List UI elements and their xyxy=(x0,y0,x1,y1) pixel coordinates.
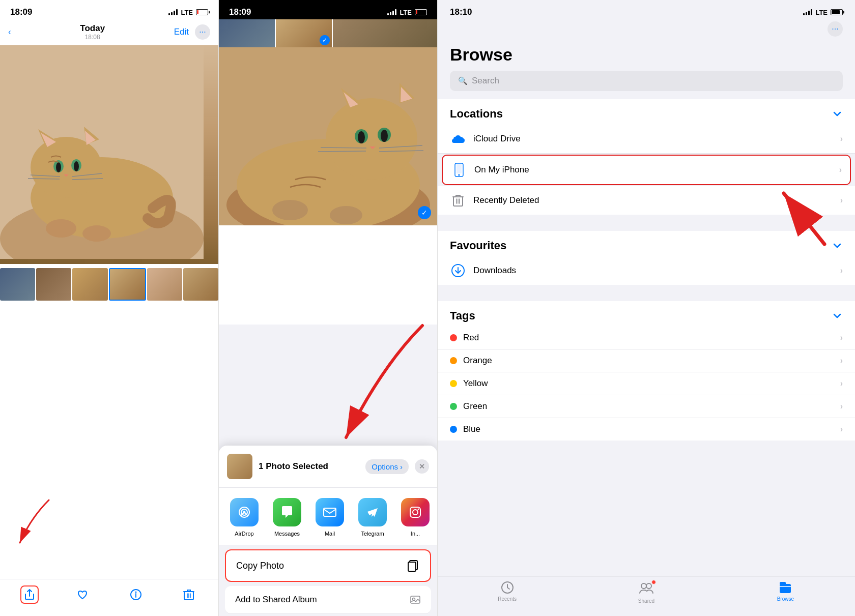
status-icons-panel3: LTE xyxy=(803,9,843,16)
favourites-section-header: Favourites xyxy=(438,231,855,256)
svg-line-37 xyxy=(318,151,366,152)
options-button[interactable]: Options › xyxy=(365,459,409,474)
svg-point-10 xyxy=(56,162,61,172)
trash-icon-p1 xyxy=(183,589,194,601)
mail-icon xyxy=(316,498,344,526)
share-app-mail[interactable]: Mail xyxy=(315,498,345,537)
deleted-chevron: › xyxy=(840,196,843,205)
copy-photo-button[interactable]: Copy Photo xyxy=(225,549,431,582)
downloads-item[interactable]: Downloads › xyxy=(438,256,855,285)
instagram-icon xyxy=(401,498,430,526)
svg-point-20 xyxy=(135,592,136,593)
photo-selected-badge: ✓ xyxy=(418,206,431,219)
tab-shared[interactable]: Shared xyxy=(577,581,716,604)
strip-thumb-5[interactable] xyxy=(147,268,182,301)
tag-red[interactable]: Red › xyxy=(438,327,855,349)
p2-thumb-2: ✓ xyxy=(276,19,332,47)
options-chevron: › xyxy=(400,462,403,471)
delete-button[interactable] xyxy=(180,585,198,604)
on-my-iphone-row: On My iPhone › xyxy=(443,156,850,184)
strip-thumb-4[interactable] xyxy=(109,268,146,301)
add-shared-label: Add to Shared Album xyxy=(235,595,317,605)
strip-thumb-3[interactable] xyxy=(72,268,107,301)
lte-label: LTE xyxy=(181,9,193,16)
time-panel3: 18:10 xyxy=(450,7,472,17)
tag-green[interactable]: Green › xyxy=(438,395,855,418)
add-to-shared-album-button[interactable]: Add to Shared Album xyxy=(225,586,431,614)
locations-collapse-icon[interactable] xyxy=(832,108,843,120)
svg-point-11 xyxy=(74,161,79,171)
more-button[interactable]: ··· xyxy=(195,24,210,40)
battery-fill xyxy=(197,10,198,14)
search-bar[interactable]: 🔍 Search xyxy=(450,71,843,91)
svg-point-17 xyxy=(46,219,76,238)
more-button-p3[interactable]: ··· xyxy=(828,21,843,37)
blue-chevron: › xyxy=(840,425,843,434)
share-button[interactable] xyxy=(20,585,39,604)
panel2-photo-area: ✓ xyxy=(219,19,437,325)
photo-strip[interactable] xyxy=(0,264,218,305)
telegram-label: Telegram xyxy=(361,531,384,537)
locations-title: Locations xyxy=(450,107,503,121)
svg-point-40 xyxy=(272,200,308,220)
favorite-button[interactable] xyxy=(73,585,92,604)
mail-svg xyxy=(322,505,337,520)
recently-deleted-item[interactable]: Recently Deleted › xyxy=(438,186,855,215)
tags-collapse-icon[interactable] xyxy=(832,310,843,321)
airdrop-label: AirDrop xyxy=(235,531,253,537)
favourites-collapse-icon[interactable] xyxy=(832,240,843,251)
share-app-telegram[interactable]: Telegram xyxy=(357,498,388,537)
recents-label: Recents xyxy=(498,596,517,602)
messages-icon xyxy=(273,498,301,526)
tag-blue[interactable]: Blue › xyxy=(438,418,855,441)
search-icon-p3: 🔍 xyxy=(458,76,468,85)
browse-icon xyxy=(779,581,792,594)
tag-yellow[interactable]: Yellow › xyxy=(438,372,855,395)
main-photo[interactable] xyxy=(0,45,218,264)
iphone-chevron: › xyxy=(839,165,842,174)
svg-point-48 xyxy=(418,509,419,510)
back-button[interactable]: ‹ xyxy=(8,27,11,37)
tag-orange[interactable]: Orange › xyxy=(438,349,855,372)
on-my-iphone-label: On My iPhone xyxy=(474,165,839,175)
status-icons-panel1: LTE xyxy=(168,9,208,16)
strip-thumb-6[interactable] xyxy=(183,268,218,301)
close-icon-inner: ✕ xyxy=(419,462,425,471)
favourites-title: Favourites xyxy=(450,239,506,252)
strip-thumb-1[interactable] xyxy=(0,268,35,301)
recents-icon xyxy=(501,581,514,594)
battery-icon xyxy=(196,9,208,15)
heart-icon xyxy=(76,589,89,600)
icloud-drive-item[interactable]: iCloud Drive › xyxy=(438,125,855,154)
tag-blue-label: Blue xyxy=(463,424,840,434)
share-app-airdrop[interactable]: AirDrop xyxy=(229,498,260,537)
svg-point-61 xyxy=(646,583,651,589)
cat-svg-p2 xyxy=(219,47,437,225)
battery-icon-p3 xyxy=(831,9,843,15)
bar4-p3 xyxy=(811,9,812,15)
share-app-instagram[interactable]: In... xyxy=(400,498,431,537)
battery-fill-p2 xyxy=(416,10,417,14)
selected-check: ✓ xyxy=(320,35,330,45)
svg-point-18 xyxy=(82,225,111,242)
bottom-toolbar xyxy=(0,579,218,616)
edit-button[interactable]: Edit xyxy=(174,27,189,37)
copy-icon xyxy=(406,559,420,573)
nav-actions: Edit ··· xyxy=(174,24,210,40)
tab-recents[interactable]: Recents xyxy=(438,581,577,604)
info-button[interactable] xyxy=(127,585,145,604)
signal-bars-p2 xyxy=(387,9,396,15)
tab-browse[interactable]: Browse xyxy=(716,581,855,604)
share-app-messages[interactable]: Messages xyxy=(272,498,302,537)
p2-thumb-3 xyxy=(333,19,437,47)
shared-icon-wrap xyxy=(639,581,654,596)
svg-point-47 xyxy=(413,510,418,515)
cat-svg xyxy=(0,45,204,259)
messages-svg xyxy=(279,505,295,520)
trash-icon-container xyxy=(450,192,466,209)
close-button[interactable]: ✕ xyxy=(415,459,429,474)
nav-title-main: Today xyxy=(80,23,105,34)
strip-thumb-2[interactable] xyxy=(36,268,71,301)
time-panel2: 18:09 xyxy=(229,7,251,17)
on-my-iphone-item[interactable]: On My iPhone › xyxy=(442,155,851,185)
